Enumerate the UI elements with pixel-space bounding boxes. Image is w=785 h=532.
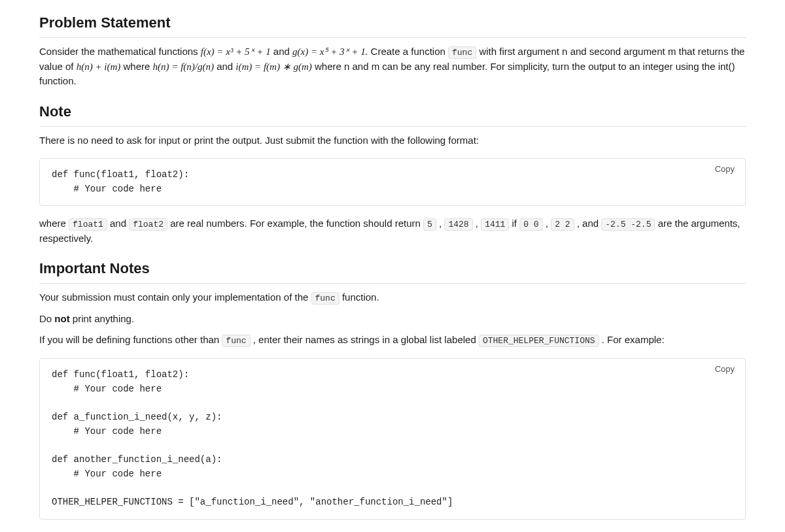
code-content: def func(float1, float2): # Your code he…	[52, 168, 733, 196]
important-p1: Your submission must contain only your i…	[39, 290, 746, 305]
text: ,	[476, 218, 481, 229]
text: are real numbers. For example, the funct…	[170, 218, 423, 229]
code-return-1428: 1428	[444, 218, 472, 231]
code-func: func	[311, 292, 340, 305]
code-return-5: 5	[423, 218, 436, 231]
text: print anything.	[73, 313, 134, 324]
text: function.	[342, 291, 379, 303]
heading-important-notes: Important Notes	[39, 258, 746, 284]
code-func: func	[448, 46, 476, 59]
text: ,	[546, 218, 551, 229]
copy-button[interactable]: Copy	[711, 163, 739, 175]
text: , and	[577, 218, 602, 229]
code-args-00: 0 0	[519, 218, 542, 231]
math-im: i(m) = f(m) ∗ g(m)	[236, 61, 311, 72]
text: , enter their names as strings in a glob…	[253, 334, 479, 345]
code-float1: float1	[69, 218, 107, 231]
text: Create a function	[371, 46, 448, 57]
important-p3: If you will be defining functions other …	[39, 333, 746, 348]
text: where	[124, 61, 153, 72]
code-return-1411: 1411	[481, 218, 509, 231]
text: and	[273, 46, 292, 57]
note-intro: There is no need to ask for input or pri…	[39, 133, 746, 148]
math-hn: h(n) = f(n)/g(n)	[153, 61, 214, 72]
code-func: func	[222, 335, 250, 347]
code-args-22: 2 2	[551, 218, 574, 231]
code-args-neg: -2.5 -2.5	[601, 218, 655, 231]
important-p2: Do not print anything.	[39, 312, 746, 327]
text: Consider the mathematical functions	[39, 46, 201, 57]
code-content: def func(float1, float2): # Your code he…	[52, 368, 733, 510]
heading-problem-statement: Problem Statement	[39, 12, 746, 38]
math-gx: g(x) = x⁵ + 3ˣ + 1.	[292, 46, 368, 57]
text: and	[110, 218, 129, 229]
text-bold-not: not	[54, 313, 69, 324]
text: if	[512, 218, 520, 229]
text: If you will be defining functions other …	[39, 334, 222, 345]
code-other-helper: OTHER_HELPER_FUNCTIONS	[479, 335, 599, 347]
text: where	[39, 218, 69, 229]
text: Do	[39, 313, 54, 324]
heading-note: Note	[39, 101, 746, 127]
text: Your submission must contain only your i…	[39, 291, 311, 303]
math-hm: h(n) + i(m)	[77, 61, 121, 72]
text: . For example:	[602, 334, 665, 345]
copy-button[interactable]: Copy	[711, 363, 739, 375]
code-block-2: Copy def func(float1, float2): # Your co…	[39, 358, 746, 520]
text: and	[217, 61, 236, 72]
note-where: where float1 and float2 are real numbers…	[39, 216, 746, 246]
code-float2: float2	[129, 218, 167, 231]
math-fx: f(x) = x³ + 5ˣ + 1	[201, 46, 271, 57]
problem-paragraph: Consider the mathematical functions f(x)…	[39, 44, 746, 89]
code-block-1: Copy def func(float1, float2): # Your co…	[39, 158, 746, 206]
